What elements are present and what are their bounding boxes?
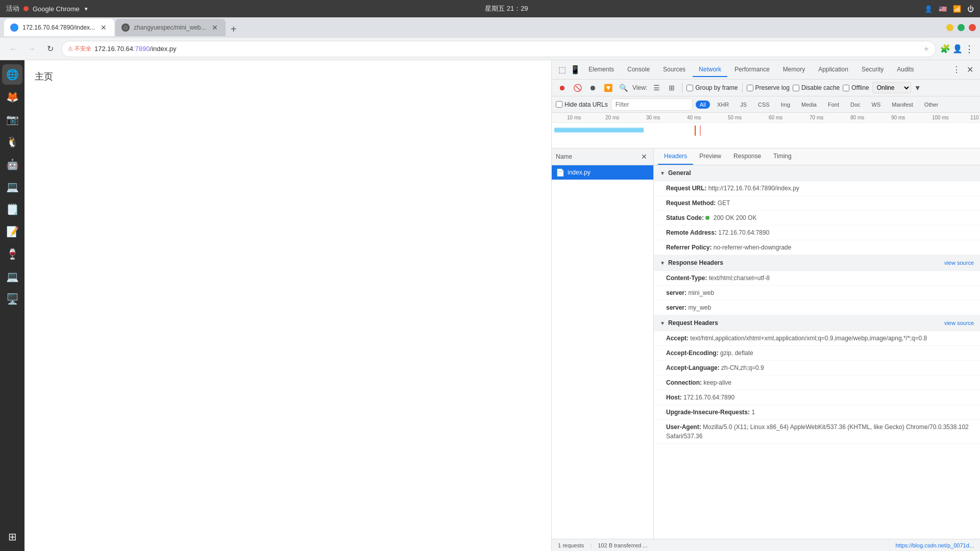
sidebar-app-penguin[interactable]: 🐧 — [2, 132, 22, 152]
sidebar-app-text[interactable]: 📝 — [2, 221, 22, 242]
address-bar[interactable]: ⚠ 不安全 172.16.70.64:7890/index.py ★ — [61, 41, 936, 57]
filter-icon[interactable]: 🔽 — [602, 82, 614, 94]
filter-img[interactable]: Img — [777, 101, 794, 109]
request-item-indexpy[interactable]: 📄 index.py — [552, 165, 653, 180]
filter-all[interactable]: All — [696, 101, 710, 109]
headers-tab-timing[interactable]: Timing — [767, 148, 798, 165]
offline-input[interactable] — [843, 85, 849, 91]
bookmark-icon[interactable]: ★ — [923, 45, 929, 53]
tab-elements[interactable]: Elements — [582, 63, 620, 77]
filter-font[interactable]: Font — [824, 101, 843, 109]
view-grid-icon[interactable]: ⊞ — [666, 82, 678, 94]
headers-tab-headers[interactable]: Headers — [658, 148, 693, 165]
tab1-favicon: 🌐 — [10, 23, 18, 32]
general-remote-address: Remote Address: 172.16.70.64:7890 — [654, 226, 980, 240]
sidebar-app-notes[interactable]: 🗒️ — [2, 199, 22, 219]
sidebar-app-monitor[interactable]: 🖥️ — [2, 289, 22, 309]
response-view-source-link[interactable]: view source — [944, 260, 974, 266]
filter-input[interactable] — [611, 98, 693, 111]
record-button[interactable]: ⏺ — [556, 82, 568, 94]
extensions-icon[interactable]: 🧩 — [940, 44, 950, 54]
dropdown-arrow[interactable]: ▼ — [84, 6, 89, 12]
filter-bar: Hide data URLs All XHR JS CSS Img Media … — [552, 96, 980, 113]
throttling-expand-icon[interactable]: ▼ — [914, 84, 921, 92]
tab-network[interactable]: Network — [693, 63, 727, 77]
group-by-frame-checkbox[interactable]: Group by frame — [687, 84, 738, 91]
page-content: 主页 — [24, 60, 551, 551]
general-request-method: Request Method: GET — [654, 196, 980, 211]
capture-button[interactable]: ⏺ — [586, 82, 599, 94]
forward-button[interactable]: → — [24, 42, 39, 56]
preserve-log-checkbox[interactable]: Preserve log — [747, 84, 790, 91]
tab-console[interactable]: Console — [621, 63, 656, 77]
main-layout: 🌐 🦊 📷 🐧 🤖 💻 🗒️ 📝 🍷 💻 🖥️ ⊞ 主页 ⬚ 📱 Elemen — [0, 60, 980, 551]
throttling-select[interactable]: Online Fast 3G Slow 3G Offline — [872, 82, 911, 93]
group-by-frame-input[interactable] — [687, 85, 693, 91]
sidebar-app-wine[interactable]: 🍷 — [2, 244, 22, 264]
tab-performance[interactable]: Performance — [728, 63, 776, 77]
sidebar-app-grid[interactable]: ⊞ — [2, 527, 22, 547]
hide-data-urls-checkbox[interactable]: Hide data URLs — [556, 101, 608, 108]
headers-tab-preview[interactable]: Preview — [693, 148, 727, 165]
menu-icon[interactable]: ⋮ — [965, 43, 974, 55]
filter-doc[interactable]: Doc — [846, 101, 865, 109]
filter-js[interactable]: JS — [736, 101, 751, 109]
avatar-icon[interactable]: 👤 — [952, 44, 963, 54]
device-icon[interactable]: 📱 — [569, 64, 581, 76]
sidebar-app-terminal[interactable]: 💻 — [2, 266, 22, 287]
timeline-area[interactable]: 10 ms 20 ms 30 ms 40 ms 50 ms 60 ms 70 m… — [552, 113, 980, 148]
filter-ws[interactable]: WS — [868, 101, 885, 109]
tab-audits[interactable]: Audits — [891, 63, 920, 77]
clear-button[interactable]: 🚫 — [571, 82, 583, 94]
preserve-log-input[interactable] — [747, 85, 753, 91]
user-icon[interactable]: 👤 — [924, 5, 933, 13]
filter-media[interactable]: Media — [797, 101, 821, 109]
maximize-button[interactable] — [958, 24, 965, 31]
devtools-close-icon[interactable]: ✕ — [964, 64, 976, 76]
headers-tab-response[interactable]: Response — [727, 148, 767, 165]
tab1-close[interactable]: ✕ — [99, 23, 108, 32]
filter-xhr[interactable]: XHR — [713, 101, 733, 109]
network-icon[interactable]: 📶 — [953, 5, 961, 13]
offline-checkbox[interactable]: Offline — [843, 84, 869, 91]
response-headers-section-header[interactable]: ▼ Response Headers view source — [654, 255, 980, 271]
close-button[interactable] — [969, 24, 976, 31]
filter-other[interactable]: Other — [920, 101, 943, 109]
disable-cache-checkbox[interactable]: Disable cache — [793, 84, 840, 91]
request-item-name: index.py — [568, 169, 591, 176]
tab-inactive[interactable]: ⬡ zhangyuespec/mini_web... ✕ — [115, 19, 225, 36]
chrome-app-name[interactable]: Google Chrome — [33, 5, 80, 13]
tab-sources[interactable]: Sources — [657, 63, 692, 77]
tab2-close[interactable]: ✕ — [210, 23, 219, 32]
power-icon[interactable]: ⏻ — [967, 5, 974, 13]
inspect-icon[interactable]: ⬚ — [556, 64, 568, 76]
activities-label[interactable]: 活动 — [6, 4, 19, 13]
filter-manifest[interactable]: Manifest — [888, 101, 917, 109]
sidebar-app-laptop[interactable]: 💻 — [2, 177, 22, 197]
devtools-more-icon[interactable]: ⋮ — [950, 64, 963, 76]
request-headers-section-header[interactable]: ▼ Request Headers view source — [654, 315, 980, 331]
hide-data-urls-input[interactable] — [556, 101, 562, 108]
refresh-button[interactable]: ↻ — [43, 42, 57, 56]
sidebar-app-firefox[interactable]: 🦊 — [2, 87, 22, 107]
tab-memory[interactable]: Memory — [777, 63, 811, 77]
tab2-title: zhangyuespec/mini_web... — [134, 24, 206, 31]
tab-application[interactable]: Application — [812, 63, 854, 77]
status-dot — [705, 216, 709, 220]
sidebar-app-chrome[interactable]: 🌐 — [2, 64, 22, 85]
general-section-header[interactable]: ▼ General — [654, 165, 980, 181]
sidebar-app-camera[interactable]: 📷 — [2, 109, 22, 130]
filter-css[interactable]: CSS — [754, 101, 774, 109]
request-view-source-link[interactable]: view source — [944, 320, 974, 326]
disable-cache-input[interactable] — [793, 85, 799, 91]
search-button[interactable]: 🔍 — [617, 82, 629, 94]
minimize-button[interactable] — [946, 24, 953, 31]
back-button[interactable]: ← — [6, 42, 20, 56]
tab-security[interactable]: Security — [855, 63, 890, 77]
close-panel-button[interactable]: ✕ — [639, 152, 649, 162]
sidebar-app-robot[interactable]: 🤖 — [2, 154, 22, 174]
new-tab-button[interactable]: + — [227, 22, 241, 36]
devtools-tabs: ⬚ 📱 Elements Console Sources Network Per… — [552, 60, 980, 80]
view-list-icon[interactable]: ☰ — [650, 82, 663, 94]
tab-active[interactable]: 🌐 172.16.70.64:7890/index... ✕ — [4, 19, 114, 36]
